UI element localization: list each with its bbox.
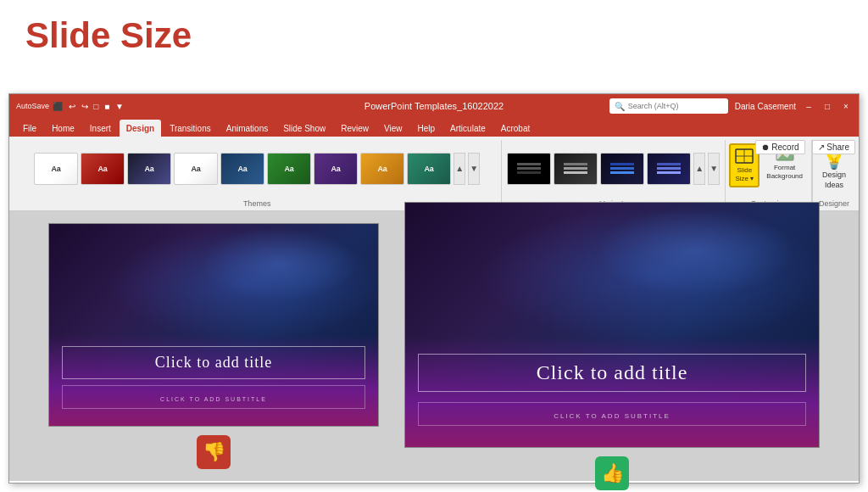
- ppt-window: AutoSave ⬛ ↩ ↪ □ ■ ▼ PowerPoint Template…: [8, 93, 860, 484]
- theme-red[interactable]: Aa: [81, 153, 125, 185]
- tab-acrobat[interactable]: Acrobat: [494, 120, 537, 137]
- right-slide-subtitle-box[interactable]: CLICK TO ADD SUBTITLE: [418, 402, 806, 426]
- left-slide-title: Click to add title: [155, 354, 272, 371]
- minimize-btn[interactable]: –: [803, 100, 815, 112]
- slide-size-label: Slide: [737, 166, 752, 174]
- theme-green[interactable]: Aa: [267, 153, 311, 185]
- tab-animations[interactable]: Animations: [220, 120, 275, 137]
- share-button[interactable]: ↗ Share: [812, 140, 855, 154]
- tab-help[interactable]: Help: [411, 120, 442, 137]
- right-slide-subtitle: CLICK TO ADD SUBTITLE: [554, 412, 670, 420]
- slide-size-sublabel: Size ▾: [735, 175, 754, 182]
- tab-review[interactable]: Review: [334, 120, 376, 137]
- tab-home[interactable]: Home: [45, 120, 81, 137]
- themes-section: Aa Aa Aa Aa: [13, 140, 502, 210]
- tab-insert[interactable]: Insert: [83, 120, 118, 137]
- variant-dark[interactable]: [554, 153, 598, 185]
- ribbon-tabs: File Home Insert Design Transitions Anim…: [9, 118, 859, 137]
- designer-label: Designer: [819, 199, 849, 208]
- tab-slideshow[interactable]: Slide Show: [276, 120, 332, 137]
- tab-articulate[interactable]: Articulate: [443, 120, 492, 137]
- theme-teal[interactable]: Aa: [407, 153, 451, 185]
- search-input[interactable]: [628, 102, 704, 110]
- tab-transitions[interactable]: Transitions: [163, 120, 218, 137]
- themes-scroll-down[interactable]: ▼: [468, 153, 480, 185]
- left-slide[interactable]: Click to add title CLICK TO ADD SUBTITLE: [48, 223, 379, 427]
- variants-scroll-up[interactable]: ▲: [693, 153, 705, 185]
- right-slide-title: Click to add title: [537, 361, 688, 383]
- username-label: Daria Casement: [735, 102, 796, 111]
- theme-purple[interactable]: Aa: [314, 153, 358, 185]
- variant-navy[interactable]: [647, 153, 691, 185]
- variant-midnight[interactable]: [600, 153, 644, 185]
- slide-area: Click to add title CLICK TO ADD SUBTITLE…: [9, 211, 859, 481]
- theme-orange[interactable]: Aa: [360, 153, 404, 185]
- left-slide-subtitle-box[interactable]: CLICK TO ADD SUBTITLE: [62, 385, 365, 409]
- close-btn[interactable]: ×: [840, 100, 852, 112]
- slide-size-icon: [735, 148, 754, 166]
- title-bar-right: 🔍 Daria Casement – □ ×: [609, 98, 852, 114]
- ribbon: Aa Aa Aa Aa: [9, 137, 859, 211]
- thumbs-up-button[interactable]: 👍: [595, 456, 629, 490]
- theme-default[interactable]: Aa: [34, 153, 78, 185]
- ribbon-right-controls: ⏺ Record ↗ Share: [755, 140, 855, 154]
- filename-label: PowerPoint Templates_16022022: [364, 101, 504, 111]
- design-ideas-label: DesignIdeas: [822, 171, 846, 190]
- maximize-btn[interactable]: □: [821, 100, 833, 112]
- themes-scroll-up[interactable]: ▲: [453, 153, 465, 185]
- left-slide-subtitle: CLICK TO ADD SUBTITLE: [160, 396, 267, 402]
- variants-section: ▲ ▼ Variants: [502, 140, 726, 210]
- theme-blue[interactable]: Aa: [220, 153, 264, 185]
- page-title: Slide Size: [25, 15, 192, 56]
- variant-black[interactable]: [507, 153, 551, 185]
- title-bar: AutoSave ⬛ ↩ ↪ □ ■ ▼ PowerPoint Template…: [9, 94, 859, 118]
- theme-dark-blue[interactable]: Aa: [127, 153, 171, 185]
- title-bar-left: AutoSave ⬛ ↩ ↪ □ ■ ▼: [16, 102, 125, 111]
- record-button[interactable]: ⏺ Record: [755, 140, 805, 154]
- variants-scroll-down[interactable]: ▼: [708, 153, 720, 185]
- tab-file[interactable]: File: [16, 120, 43, 137]
- left-slide-container: Click to add title CLICK TO ADD SUBTITLE…: [48, 223, 379, 469]
- themes-label: Themes: [243, 199, 271, 208]
- title-bar-center: PowerPoint Templates_16022022: [364, 101, 504, 111]
- right-slide-title-box[interactable]: Click to add title: [418, 354, 806, 392]
- search-icon: 🔍: [615, 102, 625, 111]
- autosave-label: AutoSave: [16, 102, 49, 110]
- title-bar-icons: ⬛ ↩ ↪ □ ■ ▼: [53, 102, 125, 111]
- right-slide-container: Click to add title CLICK TO ADD SUBTITLE…: [404, 202, 820, 490]
- search-bar[interactable]: 🔍: [609, 98, 728, 114]
- thumbs-down-button[interactable]: 👎: [197, 435, 231, 469]
- format-bg-label: Format: [774, 164, 795, 171]
- format-bg-sublabel: Background: [766, 172, 803, 180]
- tab-view[interactable]: View: [377, 120, 409, 137]
- tab-design[interactable]: Design: [120, 120, 161, 137]
- right-slide[interactable]: Click to add title CLICK TO ADD SUBTITLE: [404, 202, 820, 448]
- theme-light[interactable]: Aa: [174, 153, 218, 185]
- left-slide-title-box[interactable]: Click to add title: [62, 346, 365, 379]
